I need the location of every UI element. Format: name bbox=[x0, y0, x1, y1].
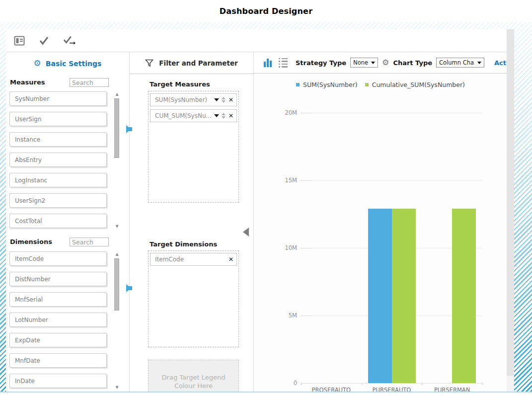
form-icon[interactable] bbox=[13, 34, 26, 47]
chart-type-select[interactable]: Column Chart bbox=[436, 58, 484, 68]
check-icon-svg bbox=[38, 36, 50, 46]
reorder-icon[interactable] bbox=[222, 113, 226, 119]
target-measure-row[interactable]: SUM(SysNumber) ✕ bbox=[150, 93, 237, 106]
chart-bar bbox=[392, 209, 416, 383]
legend-item: SUM(SysNumber) bbox=[296, 81, 358, 88]
target-dimension-text: ItemCode bbox=[155, 256, 228, 263]
chart-control-bar: Strategy Type None ⚙ Chart Type Column C… bbox=[254, 52, 507, 74]
list-item[interactable]: CostTotal bbox=[9, 214, 107, 228]
y-axis-label: 10M bbox=[271, 244, 297, 251]
legend-colour-dropzone[interactable]: Drag Target Legend Colour Here bbox=[148, 360, 239, 392]
gridline bbox=[301, 180, 482, 181]
target-measures-label: Target Measures bbox=[150, 80, 210, 88]
reorder-icon[interactable] bbox=[222, 97, 226, 103]
target-measure-row[interactable]: CUM_SUM(SysNu... ✕ bbox=[150, 109, 237, 122]
column-chart: SUM(SysNumber)Cumulative_SUM(SysNumber) … bbox=[254, 74, 507, 392]
title-bar: Dashboard Designer bbox=[0, 0, 532, 22]
gridline bbox=[301, 113, 482, 113]
target-measure-text: CUM_SUM(SysNu... bbox=[155, 112, 213, 119]
remove-icon[interactable]: ✕ bbox=[228, 97, 233, 103]
page-bottom-divider bbox=[0, 392, 532, 393]
dimensions-list: ItemCode DistNumber MnfSerial LotNumber … bbox=[9, 251, 120, 392]
x-tick bbox=[422, 383, 422, 385]
action-link[interactable]: Action (0) bbox=[494, 59, 507, 67]
page-title: Dashboard Designer bbox=[220, 6, 312, 16]
y-tick bbox=[301, 113, 311, 113]
x-tick bbox=[301, 383, 302, 385]
x-tick bbox=[482, 383, 483, 385]
scroll-down-icon[interactable]: ▼ bbox=[114, 224, 120, 230]
column-chart-icon[interactable] bbox=[264, 58, 272, 67]
target-measure-text: SUM(SysNumber) bbox=[155, 96, 213, 103]
chevron-down-icon[interactable] bbox=[214, 98, 219, 101]
list-item[interactable]: MnfSerial bbox=[9, 292, 107, 307]
form-icon-svg bbox=[14, 36, 25, 46]
dashboard-designer-page: Dashboard Designer bbox=[0, 0, 532, 395]
filter-parameter-panel: Filter and Parameter Target Measures SUM… bbox=[129, 52, 253, 392]
list-view-icon[interactable] bbox=[279, 58, 288, 68]
chevron-down-icon bbox=[477, 62, 481, 64]
list-item[interactable]: LogInstanc bbox=[9, 173, 107, 187]
basic-settings-header[interactable]: ⚙ Basic Settings bbox=[6, 59, 129, 68]
collapse-panel-icon[interactable] bbox=[243, 228, 249, 237]
remove-icon[interactable]: ✕ bbox=[228, 256, 233, 262]
list-item[interactable]: MnfDate bbox=[9, 353, 107, 368]
scroll-down-icon[interactable]: ▼ bbox=[114, 385, 120, 391]
vertical-scrollbar[interactable] bbox=[507, 29, 514, 376]
list-item[interactable]: UserSign2 bbox=[9, 193, 107, 208]
list-item[interactable]: Instance bbox=[9, 132, 107, 147]
check-icon[interactable] bbox=[38, 34, 51, 47]
scrollbar-thumb[interactable] bbox=[114, 258, 119, 311]
list-item[interactable]: AbsEntry bbox=[9, 153, 107, 167]
legend-label: SUM(SysNumber) bbox=[303, 81, 358, 88]
dimensions-search-input[interactable] bbox=[70, 237, 109, 246]
legend-swatch bbox=[296, 83, 300, 86]
basic-settings-label: Basic Settings bbox=[46, 60, 102, 68]
content-sheet: ⚙ Basic Settings Measures SysNumber User… bbox=[6, 29, 507, 392]
legend-item: Cumulative_SUM(SysNumber) bbox=[365, 81, 465, 88]
list-item[interactable]: DistNumber bbox=[9, 272, 107, 286]
chart-settings-gear-icon[interactable]: ⚙ bbox=[382, 59, 389, 67]
chart-type-value: Column Chart bbox=[439, 59, 474, 66]
target-dimension-row[interactable]: ItemCode ✕ bbox=[150, 253, 237, 266]
check-arrow-icon[interactable] bbox=[63, 34, 76, 47]
strategy-type-label: Strategy Type bbox=[296, 59, 346, 67]
chevron-down-icon bbox=[371, 62, 375, 64]
y-axis-label: 15M bbox=[271, 177, 297, 184]
assign-dimensions-arrow-icon[interactable] bbox=[126, 284, 131, 292]
filter-parameter-header: Filter and Parameter bbox=[130, 52, 253, 74]
list-item[interactable]: ExpDate bbox=[9, 333, 107, 347]
list-item[interactable]: UserSign bbox=[9, 112, 107, 126]
target-measures-dropzone[interactable]: SUM(SysNumber) ✕ CUM_SUM(SysNu... ✕ bbox=[148, 91, 239, 203]
gridline bbox=[301, 383, 482, 384]
measures-search-input[interactable] bbox=[70, 78, 109, 87]
filter-parameter-label: Filter and Parameter bbox=[159, 59, 237, 67]
scroll-up-icon[interactable]: ▲ bbox=[114, 91, 120, 97]
y-tick bbox=[301, 383, 311, 384]
measures-list: SysNumber UserSign Instance AbsEntry Log… bbox=[9, 91, 120, 231]
list-item[interactable]: InDate bbox=[9, 374, 107, 388]
strategy-type-select[interactable]: None bbox=[350, 58, 378, 68]
funnel-icon bbox=[145, 59, 153, 67]
remove-icon[interactable]: ✕ bbox=[228, 113, 233, 119]
y-tick bbox=[301, 248, 311, 248]
chart-panel: Strategy Type None ⚙ Chart Type Column C… bbox=[253, 52, 507, 392]
y-axis-label: 0 bbox=[271, 380, 297, 387]
x-tick bbox=[362, 383, 362, 385]
list-item[interactable]: LotNumber bbox=[9, 313, 107, 327]
chevron-down-icon[interactable] bbox=[214, 114, 219, 117]
dimensions-scrollbar[interactable]: ▲ ▼ bbox=[114, 251, 120, 391]
chart-bar bbox=[368, 209, 392, 383]
target-dimensions-dropzone[interactable]: ItemCode ✕ bbox=[148, 250, 239, 347]
assign-measures-arrow-icon[interactable] bbox=[126, 125, 131, 133]
measures-scrollbar[interactable]: ▲ ▼ bbox=[114, 91, 120, 230]
main-toolbar bbox=[6, 29, 507, 52]
list-item[interactable]: SysNumber bbox=[9, 91, 107, 106]
scroll-up-icon[interactable]: ▲ bbox=[114, 251, 120, 257]
strategy-type-value: None bbox=[353, 59, 368, 66]
basic-settings-panel: ⚙ Basic Settings Measures SysNumber User… bbox=[6, 52, 129, 392]
scrollbar-thumb[interactable] bbox=[114, 98, 119, 158]
vertical-scrollbar-track bbox=[507, 376, 514, 392]
y-axis-label: 5M bbox=[271, 312, 297, 319]
list-item[interactable]: ItemCode bbox=[9, 251, 107, 266]
